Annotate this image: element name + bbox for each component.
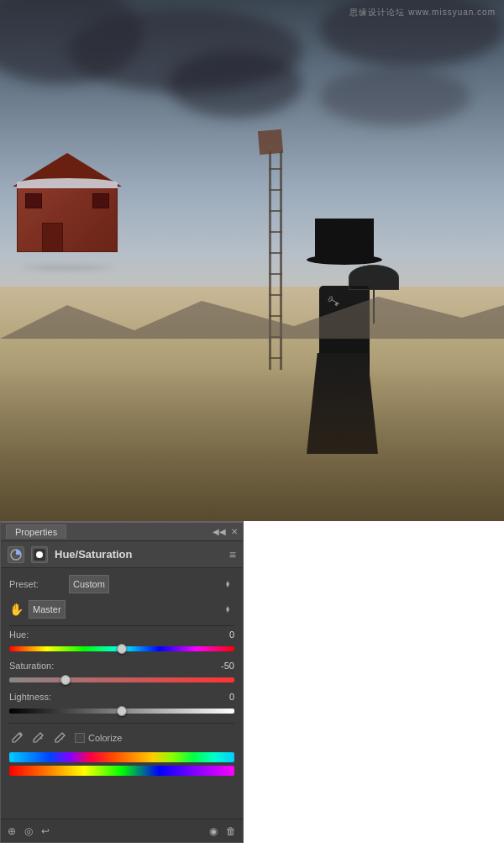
- collapse-icon[interactable]: ◀◀: [213, 527, 226, 536]
- photo-area: 🗝 思缘设计论坛 www.missyuan.com: [0, 0, 504, 521]
- figure-dress: [307, 353, 378, 454]
- cloud-5: [319, 67, 470, 126]
- lightness-header: Lightness: 0: [9, 692, 234, 702]
- hand-tool-icon[interactable]: ✋: [9, 603, 24, 616]
- barn-door: [42, 223, 63, 252]
- saturation-value: -50: [209, 661, 234, 671]
- lightness-value: 0: [209, 692, 234, 702]
- panel-header-bar: Properties ◀◀ ✕: [1, 523, 243, 541]
- bottom-bar-icons-right: ◉ 🗑: [209, 825, 236, 837]
- cyan-to-red-bar: [9, 752, 234, 762]
- panel-content: Preset: Custom ✋ Master Hue: 0: [1, 568, 243, 786]
- saturation-section: Saturation: -50: [9, 661, 234, 687]
- channel-select[interactable]: Master: [29, 600, 66, 619]
- color-bar-section: [9, 752, 234, 776]
- hue-sat-icon-btn[interactable]: [8, 546, 24, 563]
- barn-snow: [17, 178, 118, 188]
- colorize-label: Colorize: [88, 733, 122, 743]
- svg-point-3: [36, 551, 43, 558]
- lightness-track[interactable]: [9, 709, 234, 714]
- lightness-label: Lightness:: [9, 692, 51, 702]
- eyedropper-icon[interactable]: [9, 730, 24, 746]
- lightness-section: Lightness: 0: [9, 692, 234, 718]
- eyedropper-plus-icon[interactable]: +: [31, 730, 46, 746]
- rainbow-bar: [9, 766, 234, 776]
- eyedropper-minus-icon[interactable]: -: [53, 730, 68, 746]
- divider-1: [9, 625, 234, 626]
- svg-marker-0: [0, 297, 504, 339]
- white-content: [244, 521, 504, 843]
- hue-track[interactable]: [9, 646, 234, 651]
- panel-bottom-bar: ⊕ ◎ ↩ ◉ 🗑: [1, 819, 243, 842]
- watermark: 思缘设计论坛 www.missyuan.com: [349, 7, 496, 18]
- delete-icon[interactable]: 🗑: [226, 825, 236, 837]
- hue-slider-wrapper[interactable]: [9, 642, 234, 656]
- saturation-thumb[interactable]: [60, 675, 71, 685]
- saturation-slider-wrapper[interactable]: [9, 673, 234, 687]
- saturation-header: Saturation: -50: [9, 661, 234, 671]
- bottom-bar-icons-left: ⊕ ◎ ↩: [8, 825, 50, 837]
- colorize-checkbox[interactable]: [75, 733, 85, 743]
- preset-select[interactable]: Custom: [69, 575, 109, 593]
- saturation-track[interactable]: [9, 677, 234, 682]
- mask-icon-btn[interactable]: [31, 546, 48, 563]
- barn-window: [25, 193, 42, 208]
- colorize-row: Colorize: [75, 733, 122, 743]
- ground-shadow: [0, 365, 504, 521]
- panel-menu-icon[interactable]: ≡: [229, 548, 236, 561]
- hue-value: 0: [209, 630, 234, 640]
- divider-2: [9, 723, 234, 724]
- barn-window-2: [92, 193, 109, 208]
- barn: [17, 185, 118, 252]
- panel-title: Hue/Saturation: [55, 548, 132, 561]
- add-layer-icon[interactable]: ⊕: [8, 825, 16, 837]
- right-area: [244, 521, 504, 843]
- cloud-4: [168, 50, 302, 118]
- saturation-label: Saturation:: [9, 661, 54, 671]
- preset-label: Preset:: [9, 579, 64, 589]
- close-icon[interactable]: ✕: [231, 527, 238, 536]
- figure-hat: [315, 219, 374, 261]
- properties-panel: Properties ◀◀ ✕ Hue/Saturation ≡: [0, 521, 244, 843]
- lightness-thumb[interactable]: [117, 706, 127, 716]
- floating-box: [258, 129, 283, 155]
- hue-header: Hue: 0: [9, 630, 234, 640]
- panel-title-row: Hue/Saturation ≡: [1, 541, 243, 568]
- visibility-icon[interactable]: ◎: [24, 825, 33, 837]
- hue-thumb[interactable]: [117, 644, 127, 654]
- svg-text:+: +: [39, 735, 43, 741]
- bottom-tools: + - Colorize: [9, 730, 234, 746]
- channel-select-wrapper: Master: [29, 600, 234, 619]
- panel-header-icons: ◀◀ ✕: [213, 527, 238, 536]
- target-icon[interactable]: ◉: [209, 825, 218, 837]
- barn-shadow: [21, 266, 113, 269]
- hue-section: Hue: 0: [9, 630, 234, 656]
- preset-row: Preset: Custom: [9, 575, 234, 593]
- reset-icon[interactable]: ↩: [41, 825, 50, 837]
- lightness-slider-wrapper[interactable]: [9, 704, 234, 718]
- preset-select-wrapper: Custom: [69, 575, 234, 593]
- barn-body: [17, 185, 118, 252]
- channel-row: ✋ Master: [9, 600, 234, 619]
- hue-label: Hue:: [9, 630, 29, 640]
- mountains: [0, 288, 504, 339]
- panel-tab[interactable]: Properties: [6, 524, 66, 539]
